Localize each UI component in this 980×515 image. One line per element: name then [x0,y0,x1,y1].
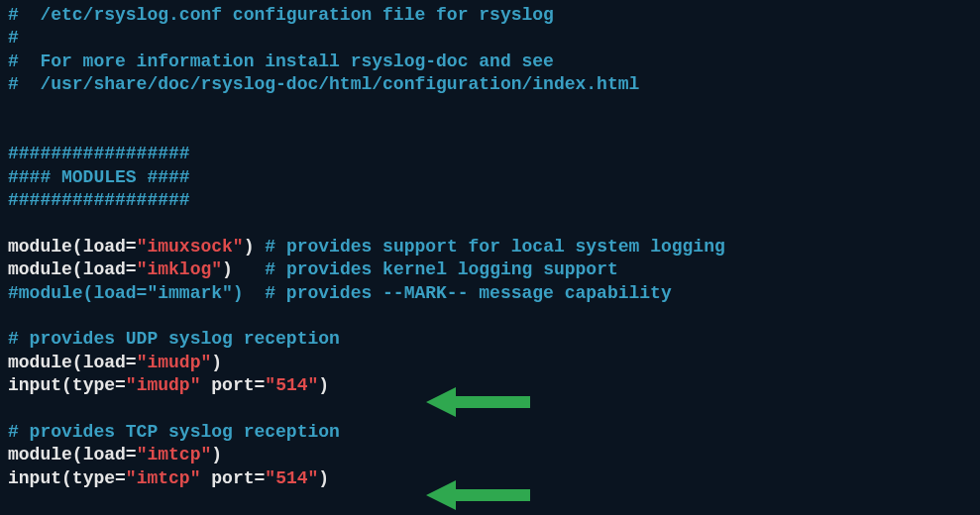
attr-name: load [83,445,126,464]
tcp-header-comment: # provides TCP syslog reception [8,421,972,444]
blank-line [8,97,972,120]
blank-line [8,120,972,143]
comment-line: # [8,27,972,50]
string-value: "imtcp" [137,445,212,464]
arrow-icon [426,477,530,513]
svg-marker-0 [426,387,530,417]
svg-marker-1 [426,480,530,510]
string-value: "imudp" [126,375,201,395]
string-value: "imklog" [137,259,222,279]
string-value: "514" [265,468,318,488]
inline-comment: # provides support for local system logg… [255,237,725,257]
comment-line: # For more information install rsyslog-d… [8,51,972,73]
section-header: ################# [8,143,972,165]
fn-name: module [8,259,72,279]
fn-name: input [8,375,61,395]
commented-module-line: #module(load="immark") # provides --MARK… [8,282,972,305]
string-value: "imudp" [137,353,212,372]
fn-name: module [8,445,72,464]
attr-name: load [83,353,126,372]
string-value: "514" [265,375,318,395]
string-value: "imtcp" [126,468,201,488]
fn-name: module [8,353,72,372]
attr-name: load [83,237,126,257]
comment-line: # /usr/share/doc/rsyslog-doc/html/config… [8,73,972,96]
attr-name: load [83,259,126,279]
blank-line [8,305,972,328]
module-line-imudp: module(load="imudp") [8,352,972,374]
attr-name: type [72,375,115,395]
attr-name: type [72,468,115,488]
comment-line: # /etc/rsyslog.conf configuration file f… [8,4,972,27]
module-line-imuxsock: module(load="imuxsock") # provides suppo… [8,236,972,258]
attr-name: port [211,468,254,488]
udp-header-comment: # provides UDP syslog reception [8,328,972,351]
module-line-imtcp: module(load="imtcp") [8,444,972,466]
section-header: ################# [8,189,972,212]
inline-comment: # provides kernel logging support [265,259,617,279]
blank-line [8,213,972,236]
fn-name: input [8,468,61,488]
string-value: "imuxsock" [137,237,244,257]
arrow-icon [426,384,530,420]
section-header: #### MODULES #### [8,166,972,189]
fn-name: module [8,237,72,257]
attr-name: port [211,375,254,395]
module-line-imklog: module(load="imklog") # provides kernel … [8,258,972,281]
